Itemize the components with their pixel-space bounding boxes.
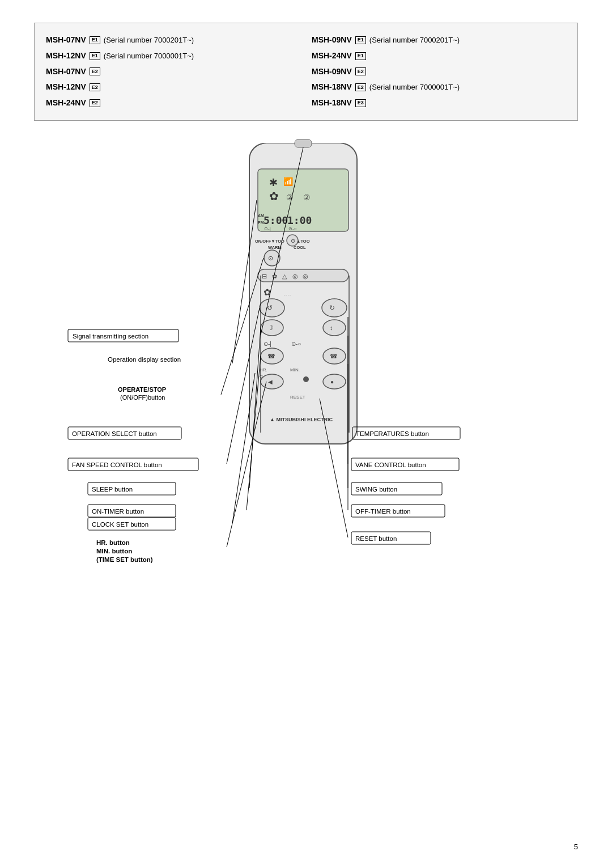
badge-e1: E1 xyxy=(90,52,100,60)
svg-point-51 xyxy=(303,376,309,382)
svg-point-38 xyxy=(323,320,346,336)
signal-label: Signal transmitting section xyxy=(73,333,148,340)
svg-text:✱: ✱ xyxy=(269,177,278,188)
model-line-1-right: MSH-09NV E1 (Serial number 7000201T~) xyxy=(312,33,566,47)
svg-text:↻: ↻ xyxy=(329,304,335,312)
svg-text:←: ← xyxy=(280,217,286,223)
model-name: MSH-24NV xyxy=(312,49,352,63)
operation-select-label: OPERATION SELECT button xyxy=(72,430,157,437)
serial-text: (Serial number 7000201T~) xyxy=(369,34,460,46)
model-name: MSH-12NV xyxy=(46,49,86,63)
model-line-1-left: MSH-07NV E1 (Serial number 7000201T~) xyxy=(46,33,300,47)
sleep-label: SLEEP button xyxy=(92,486,133,493)
svg-text:⊙-○: ⊙-○ xyxy=(291,341,301,347)
model-grid: MSH-07NV E1 (Serial number 7000201T~) MS… xyxy=(46,33,566,110)
svg-text:RESET: RESET xyxy=(290,395,305,400)
svg-text:⊙: ⊙ xyxy=(268,255,273,261)
page-container: MSH-07NV E1 (Serial number 7000201T~) MS… xyxy=(0,0,612,868)
model-line-3-left: MSH-07NV E2 xyxy=(46,65,300,79)
svg-text:WARM: WARM xyxy=(268,245,282,250)
serial-text: (Serial number 7000001T~) xyxy=(104,50,194,62)
model-name: MSH-18NV xyxy=(312,96,352,110)
svg-text:↺: ↺ xyxy=(267,304,273,312)
svg-text:↕: ↕ xyxy=(330,324,333,331)
diagram-svg: ✱ 📶 ✿ ② ② AM PM 5:00 ← 1:00 ⊙-| ⊙-○ ON/O… xyxy=(34,138,578,603)
model-line-5-right: MSH-18NV E3 xyxy=(312,96,566,110)
model-name: MSH-07NV xyxy=(46,65,86,79)
svg-text:⊟: ⊟ xyxy=(262,273,267,280)
svg-text:‥‥: ‥‥ xyxy=(283,290,291,297)
model-name: MSH-24NV xyxy=(46,96,86,110)
svg-line-80 xyxy=(227,382,266,547)
model-name: MSH-09NV xyxy=(312,33,352,47)
model-name: MSH-12NV xyxy=(46,81,86,94)
svg-text:⊙: ⊙ xyxy=(291,238,295,244)
svg-text:⊙-|: ⊙-| xyxy=(264,226,271,231)
svg-text:☎: ☎ xyxy=(267,353,275,359)
svg-text:☎: ☎ xyxy=(330,353,338,359)
diagram-area: ✱ 📶 ✿ ② ② AM PM 5:00 ← 1:00 ⊙-| ⊙-○ ON/O… xyxy=(34,138,578,603)
svg-line-74 xyxy=(232,373,255,523)
svg-text:☽: ☽ xyxy=(267,324,274,332)
svg-text:◀: ◀ xyxy=(268,379,273,385)
min-button-label: MIN. button xyxy=(96,548,132,554)
model-line-2-left: MSH-12NV E1 (Serial number 7000001T~) xyxy=(46,49,300,63)
operation-display-label: Operation display section xyxy=(108,356,181,363)
svg-rect-2 xyxy=(295,139,312,147)
svg-text:📶: 📶 xyxy=(283,177,294,187)
off-timer-label: OFF-TIMER button xyxy=(355,508,411,515)
badge-e2: E2 xyxy=(90,83,100,91)
badge-e2: E2 xyxy=(90,67,100,75)
fan-speed-label: FAN SPEED CONTROL button xyxy=(72,461,162,468)
model-name: MSH-07NV xyxy=(46,33,86,47)
svg-text:⊙-|: ⊙-| xyxy=(264,341,271,347)
svg-text:MIN.: MIN. xyxy=(290,367,300,372)
header-box: MSH-07NV E1 (Serial number 7000201T~) MS… xyxy=(34,23,578,121)
svg-text:COOL: COOL xyxy=(294,245,306,250)
on-off-label: (ON/OFF)button xyxy=(120,394,165,401)
svg-point-52 xyxy=(323,374,346,389)
badge-e2: E2 xyxy=(355,83,366,91)
svg-text:◎: ◎ xyxy=(303,273,308,280)
svg-text:②: ② xyxy=(303,193,311,202)
model-name: MSH-18NV xyxy=(312,81,352,94)
badge-e2: E2 xyxy=(90,99,100,107)
badge-e1: E1 xyxy=(355,52,366,60)
temperatures-label: TEMPERATURES button xyxy=(356,430,429,437)
svg-text:1:00: 1:00 xyxy=(287,214,312,226)
operate-stop-label: OPERATE/STOP xyxy=(118,386,166,393)
badge-e1: E1 xyxy=(355,36,366,44)
model-line-3-right: MSH-09NV E2 xyxy=(312,65,566,79)
reset-label: RESET button xyxy=(355,535,397,542)
svg-text:ON/OFF▼TOO: ON/OFF▼TOO xyxy=(255,239,284,244)
model-line-4-right: MSH-18NV E2 (Serial number 7000001T~) xyxy=(312,81,566,94)
swing-label: SWING button xyxy=(355,486,397,493)
badge-e1: E1 xyxy=(90,36,100,44)
hr-button-label: HR. button xyxy=(96,539,130,546)
svg-text:◎: ◎ xyxy=(292,273,298,280)
badge-e2: E2 xyxy=(355,67,366,75)
vane-control-label: VANE CONTROL button xyxy=(355,461,426,468)
clock-set-label: CLOCK SET button xyxy=(92,521,148,528)
page-number: 5 xyxy=(574,842,578,851)
serial-text: (Serial number 7000201T~) xyxy=(104,34,194,46)
badge-e3: E3 xyxy=(355,99,366,107)
svg-text:✿: ✿ xyxy=(269,190,279,202)
serial-text: (Serial number 7000001T~) xyxy=(369,81,460,94)
svg-text:▲TOO: ▲TOO xyxy=(296,239,310,244)
time-set-label: (TIME SET button) xyxy=(96,556,153,563)
on-timer-label: ON-TIMER button xyxy=(92,508,144,515)
svg-text:⊙-○: ⊙-○ xyxy=(288,226,297,231)
model-line-5-left: MSH-24NV E2 xyxy=(46,96,300,110)
svg-text:●: ● xyxy=(330,379,334,385)
svg-text:△: △ xyxy=(282,273,287,280)
model-line-4-left: MSH-12NV E2 xyxy=(46,81,300,94)
model-line-2-right: MSH-24NV E1 xyxy=(312,49,566,63)
model-name: MSH-09NV xyxy=(312,65,352,79)
